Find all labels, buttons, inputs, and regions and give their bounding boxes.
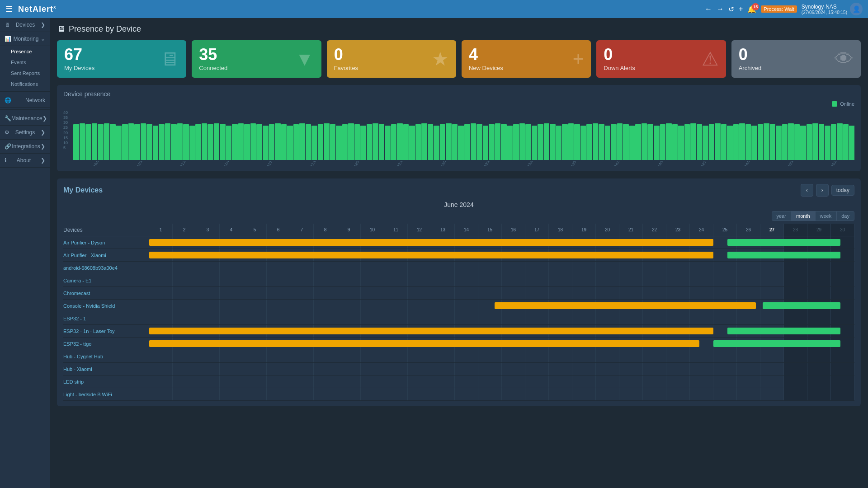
chart-bar (715, 123, 721, 160)
chart-bar (250, 123, 256, 160)
sidebar-section-integrations[interactable]: 🔗 Integrations ❯ (0, 140, 50, 154)
chart-bar (519, 123, 525, 160)
sidebar-item-sent-reports[interactable]: Sent Reports (0, 68, 50, 79)
day-cell (384, 363, 408, 375)
device-label[interactable]: ESP32 - 1 (63, 312, 149, 325)
presence-bar (727, 328, 840, 334)
stat-card-new-devices[interactable]: 4 New Devices + (462, 40, 591, 78)
day-cell (431, 287, 455, 299)
chart-bar (849, 126, 854, 160)
chart-bar (336, 126, 342, 160)
device-label[interactable]: Chromecast (63, 287, 149, 300)
chart-bar (281, 124, 287, 160)
sidebar-item-notifications[interactable]: Notifications (0, 79, 50, 89)
chart-bar (733, 124, 739, 160)
day-cell (196, 262, 220, 274)
day-cell (525, 262, 549, 274)
days-header: 1234567891011121314151617181920212223242… (149, 224, 854, 236)
device-timeline-row (149, 375, 854, 388)
y-axis-label: 40 (63, 110, 68, 115)
sidebar-section-about[interactable]: ℹ About ❯ (0, 154, 50, 168)
day-cell (173, 363, 196, 375)
day-cell (525, 388, 549, 400)
back-button[interactable]: ← (705, 5, 712, 13)
chart-bar (525, 124, 531, 160)
bar-time-label: 13:34 (518, 161, 543, 166)
sidebar-section-monitoring[interactable]: 📊 Monitoring ⌄ (0, 32, 50, 46)
device-label[interactable]: android-68608b93a00e4 (63, 262, 149, 274)
chart-bar (299, 123, 305, 160)
chart-bar (104, 123, 110, 160)
forward-button[interactable]: → (717, 5, 724, 13)
day-header-1: 1 (149, 224, 173, 236)
day-cell (807, 388, 831, 400)
device-label[interactable]: Camera - E1 (63, 274, 149, 287)
chart-bar (379, 124, 385, 160)
chart-bar (513, 124, 519, 160)
day-cell (760, 312, 784, 324)
device-label[interactable]: Air Purifier - Xiaomi (63, 249, 149, 262)
day-cell (737, 388, 760, 400)
day-cell (596, 262, 619, 274)
my-devices-header: My Devices ‹ › today (63, 184, 854, 197)
device-label[interactable]: Light - bedside B WiFi (63, 388, 149, 401)
stat-card-favorites[interactable]: 0 Favorites ★ (327, 40, 456, 78)
view-btn-year[interactable]: year (772, 211, 791, 221)
view-btn-day[interactable]: day (836, 211, 854, 221)
chart-bar (318, 124, 324, 160)
device-label[interactable]: ESP32 - 1n - Laser Toy (63, 325, 149, 338)
sidebar-section-maintenance[interactable]: 🔧 Maintenance ❯ (0, 112, 50, 126)
notifications-button[interactable]: 🔔 15 (747, 5, 756, 14)
hamburger-icon[interactable]: ☰ (5, 4, 13, 14)
avatar[interactable]: 👤 (850, 3, 863, 15)
device-label[interactable]: Hub - Cygnet Hub (63, 350, 149, 363)
view-btn-month[interactable]: month (791, 211, 815, 221)
day-cell (267, 312, 290, 324)
stat-card-label-connected: Connected (199, 65, 227, 71)
day-cell (666, 274, 690, 286)
day-cell (455, 350, 478, 362)
chart-bar (440, 124, 446, 160)
refresh-button[interactable]: ↺ (728, 5, 734, 14)
day-cell (502, 274, 525, 286)
day-cell (666, 375, 690, 388)
chart-bar (764, 123, 769, 160)
bars-wrapper (73, 119, 854, 160)
stat-card-connected[interactable]: 35 Connected ▼ (192, 40, 321, 78)
day-cell (337, 388, 361, 400)
stat-card-my-devices[interactable]: 67 My Devices 🖥 (57, 40, 186, 78)
device-label[interactable]: Console - Nvidia Shield (63, 300, 149, 312)
chart-bar (464, 124, 470, 160)
day-cell (643, 287, 666, 299)
chart-bar (428, 124, 434, 160)
chart-bar (495, 123, 501, 160)
day-header-4: 4 (220, 224, 243, 236)
add-button[interactable]: + (739, 5, 743, 13)
day-cell (549, 287, 572, 299)
day-cell (243, 363, 267, 375)
chart-bar (391, 124, 397, 160)
day-cell (478, 363, 502, 375)
sidebar-section-network[interactable]: 🌐 Network (0, 94, 50, 108)
sidebar-section-settings[interactable]: ⚙ Settings ❯ (0, 126, 50, 140)
day-cell (361, 300, 384, 312)
device-label[interactable]: Air Purifier - Dyson (63, 236, 149, 249)
device-label[interactable]: ESP32 - ttgo (63, 338, 149, 350)
day-cell (290, 274, 314, 286)
stat-card-archived[interactable]: 0 Archived 👁 (731, 40, 861, 78)
chart-bar (843, 124, 849, 160)
next-button[interactable]: › (816, 184, 829, 197)
sidebar-item-presence[interactable]: Presence (0, 46, 50, 57)
stat-card-down-alerts[interactable]: 0 Down Alerts ⚠ (596, 40, 726, 78)
device-label[interactable]: Hub - Xiaomi (63, 363, 149, 375)
chart-bar (220, 124, 226, 160)
today-button[interactable]: today (831, 185, 854, 196)
bar-labels: 10:5411:1011:2611:4211:5812:1412:3012:46… (73, 161, 854, 166)
device-label[interactable]: LED strip (63, 375, 149, 388)
y-axis-label: 25 (63, 125, 68, 130)
prev-button[interactable]: ‹ (801, 184, 813, 197)
sidebar-item-events[interactable]: Events (0, 57, 50, 68)
day-cell (337, 312, 361, 324)
view-btn-week[interactable]: week (815, 211, 837, 221)
sidebar-section-devices[interactable]: 🖥 Devices ❯ (0, 18, 50, 32)
